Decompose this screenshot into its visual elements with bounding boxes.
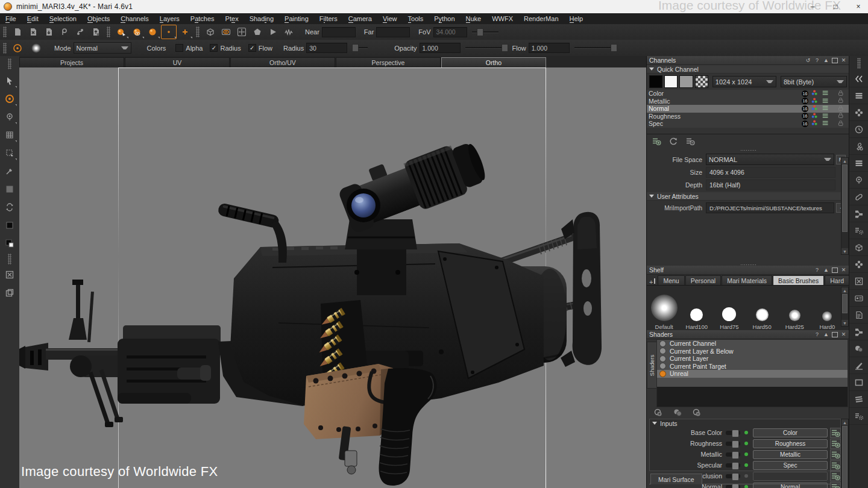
lock-icon[interactable] (837, 112, 845, 120)
waveform-icon[interactable] (281, 25, 296, 39)
depth-select[interactable]: 8bit (Byte) (781, 76, 847, 87)
layers-list-icon[interactable] (849, 155, 868, 172)
input-toggle[interactable] (726, 474, 740, 478)
blend-mode-select[interactable]: Normal (74, 42, 131, 54)
menu-ptex[interactable]: Ptex (220, 13, 244, 24)
properties-scrollbar[interactable]: ▲ ▼ (841, 157, 849, 255)
shaders-side-tab[interactable]: Shaders (647, 342, 657, 389)
scroll-down-icon[interactable]: ▼ (841, 320, 848, 326)
shelf-tab-personal[interactable]: Personal (685, 275, 721, 285)
far-field[interactable] (376, 27, 410, 37)
marquee-select-tool[interactable] (0, 144, 19, 162)
lights-bulb-icon[interactable] (849, 172, 868, 189)
create-channel-icon[interactable] (830, 428, 841, 438)
menu-tools[interactable]: Tools (403, 13, 429, 24)
scroll-up-icon[interactable]: ▲ (841, 419, 848, 425)
create-channel-icon[interactable] (830, 449, 841, 460)
input-toggle[interactable] (726, 431, 740, 435)
menu-help[interactable]: Help (564, 13, 589, 24)
project-settings-icon[interactable] (849, 222, 868, 239)
wireframe-cube-icon[interactable] (203, 25, 218, 39)
viewport-tab-perspective[interactable]: Perspective (336, 57, 441, 67)
viewport-tab-uv[interactable]: UV (125, 57, 230, 67)
input-channel-button[interactable] (753, 472, 828, 481)
flow-slider[interactable] (574, 47, 615, 49)
brush-default[interactable]: Default (650, 288, 678, 330)
ptex-branch-icon[interactable] (57, 25, 72, 39)
create-channel-icon[interactable] (830, 460, 841, 471)
channels-list-icon[interactable] (849, 87, 868, 104)
create-channel-icon[interactable] (830, 471, 841, 481)
shader-row-unreal[interactable]: Unreal (657, 370, 848, 378)
toolbar-grip[interactable] (8, 58, 11, 69)
inputs-section[interactable]: Inputs (650, 419, 840, 427)
inputs-scrollbar[interactable]: ▲ ▼ (841, 419, 849, 488)
lock-icon[interactable] (837, 120, 845, 128)
play-shape-icon[interactable] (266, 25, 280, 39)
scroll-up-icon[interactable]: ▲ (841, 287, 848, 293)
radius-slider[interactable] (352, 47, 368, 49)
paint-color-swatch[interactable] (0, 180, 19, 198)
menu-python[interactable]: Python (429, 13, 460, 24)
mask-shape-icon[interactable] (250, 25, 265, 39)
channel-row-metallic[interactable]: Metallic16 (647, 98, 849, 105)
layer-stack-icon[interactable] (849, 391, 868, 408)
fov-field[interactable]: 34.000 (433, 27, 467, 37)
shelf-panel-header[interactable]: Shelf ?▲✕ (647, 266, 849, 275)
paint-target-button[interactable] (10, 42, 25, 55)
ortho-viewport-canvas[interactable]: Image courtesy of Worldwide FX (19, 67, 646, 488)
cache-state-icon[interactable] (822, 119, 830, 128)
float-icon[interactable] (832, 58, 838, 63)
paint-brush-tool-icon[interactable] (114, 25, 128, 39)
ptex-card-icon[interactable] (849, 290, 868, 307)
shaders-panel-header[interactable]: Shaders ?▲✕ (647, 330, 849, 339)
close-icon[interactable]: ✕ (840, 267, 847, 273)
radius-field[interactable]: 30 (306, 43, 347, 53)
quick-channel-section[interactable]: Quick Channel (647, 65, 849, 74)
shelf-tab-mari-materials[interactable]: Mari Materials (722, 275, 772, 285)
float-icon[interactable] (832, 332, 838, 337)
menu-painting[interactable]: Painting (279, 13, 314, 24)
menu-layers[interactable]: Layers (154, 13, 185, 24)
shelf-tab-menu[interactable]: Menu (658, 275, 684, 285)
sync-channel-icon[interactable] (668, 136, 678, 147)
import-path-field[interactable]: D:/PROJECTs/minimi/SUBSTANCE/textures (706, 202, 834, 213)
close-icon[interactable]: ✕ (840, 57, 847, 63)
channel-row-color[interactable]: Color16 (647, 90, 849, 98)
black-swatch[interactable] (649, 75, 662, 88)
checkbox-alpha[interactable]: Alpha (175, 44, 203, 52)
close-project-icon[interactable] (26, 25, 40, 39)
shaders-spheres-icon[interactable] (849, 340, 868, 357)
import-settings-icon[interactable] (89, 25, 103, 39)
viewport-tab-ortho[interactable]: Ortho (441, 57, 546, 67)
rgb-channels-icon[interactable] (811, 119, 819, 128)
help-icon[interactable]: ? (814, 57, 820, 63)
file-space-select[interactable]: NORMAL (706, 154, 834, 165)
expand-arrows-icon[interactable] (234, 25, 249, 39)
add-paint-icon[interactable] (178, 25, 192, 39)
save-project-icon[interactable] (42, 25, 56, 39)
menu-nuke[interactable]: Nuke (461, 13, 487, 24)
help-icon[interactable]: ? (814, 267, 820, 273)
near-field[interactable] (322, 27, 356, 37)
gray-swatch[interactable] (679, 75, 693, 88)
channel-row-roughness[interactable]: Roughness16 (647, 113, 849, 120)
menu-objects[interactable]: Objects (82, 13, 115, 24)
canvas-frame-icon[interactable] (849, 374, 868, 391)
mari-surface-tab[interactable]: Mari Surface (650, 474, 702, 484)
toolbar-grip[interactable] (857, 58, 861, 69)
checkbox-radius[interactable]: ✓Radius (210, 44, 241, 52)
toolbar-grip[interactable] (8, 254, 11, 264)
shader-row-current-channel[interactable]: Current Channel (657, 340, 848, 348)
menu-camera[interactable]: Camera (343, 13, 377, 24)
reset-icon[interactable]: ↺ (805, 57, 811, 63)
lock-icon[interactable] (837, 97, 845, 105)
brush-hard75[interactable]: Hard75 (715, 288, 743, 330)
input-channel-button[interactable]: Color (753, 428, 828, 437)
sculpt-tool-icon[interactable] (849, 357, 868, 374)
paint-buffer-eye-icon[interactable] (130, 25, 144, 39)
history-clock-icon[interactable] (849, 121, 868, 138)
scroll-down-icon[interactable]: ▼ (841, 248, 848, 254)
background-color-swatch[interactable] (0, 234, 19, 252)
opacity-slider[interactable] (465, 47, 506, 49)
